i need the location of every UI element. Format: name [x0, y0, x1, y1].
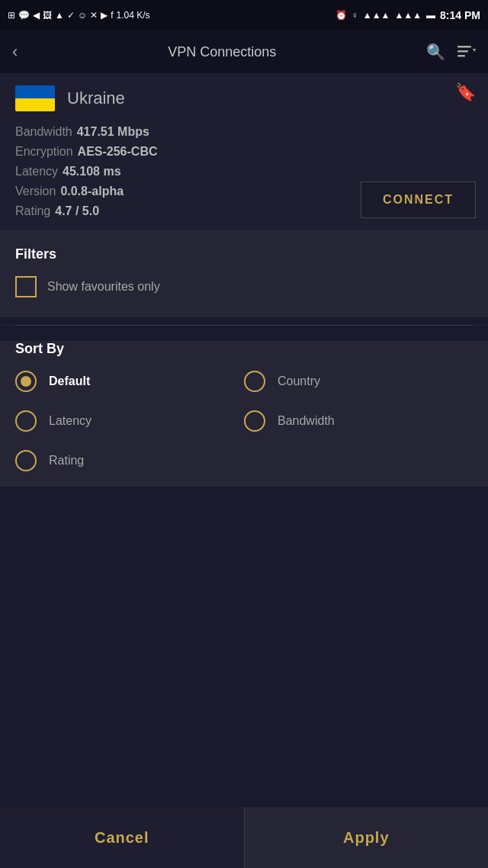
- sort-option-country[interactable]: Country: [244, 371, 473, 392]
- status-time: 8:14 PM: [440, 9, 480, 21]
- sort-option-rating[interactable]: Rating: [15, 450, 244, 471]
- rating-row: Rating 4.7 / 5.0: [15, 204, 158, 218]
- latency-row: Latency 45.108 ms: [15, 165, 158, 178]
- sort-country-label: Country: [278, 375, 320, 388]
- svg-rect-2: [458, 55, 465, 57]
- bandwidth-label: Bandwidth: [15, 125, 72, 139]
- show-favourites-label: Show favourites only: [47, 280, 160, 294]
- sort-option-default[interactable]: Default: [15, 371, 244, 392]
- sort-latency-label: Latency: [49, 414, 92, 428]
- bandwidth-value: 417.51 Mbps: [77, 125, 149, 139]
- svg-rect-1: [458, 50, 468, 53]
- version-row: Version 0.0.8-alpha: [15, 185, 158, 198]
- battery-icon: ▬: [426, 10, 435, 21]
- vpn-info: Bandwidth 417.51 Mbps Encryption AES-256…: [15, 125, 158, 218]
- bandwidth-row: Bandwidth 417.51 Mbps: [15, 125, 158, 139]
- sort-bandwidth-label: Bandwidth: [278, 414, 335, 428]
- radio-default[interactable]: [15, 371, 37, 392]
- svg-rect-0: [458, 46, 471, 48]
- facebook-icon: f: [111, 10, 113, 21]
- filters-section: Filters Show favourites only: [0, 231, 488, 317]
- svg-marker-3: [473, 49, 476, 52]
- close-icon: ✕: [90, 10, 98, 21]
- encryption-value: AES-256-CBC: [78, 145, 158, 159]
- latency-label: Latency: [15, 165, 58, 178]
- alarm-icon: ⏰: [336, 10, 347, 21]
- divider: [15, 325, 473, 326]
- search-button[interactable]: 🔍: [426, 43, 445, 61]
- connect-button[interactable]: CONNECT: [361, 182, 476, 218]
- check-icon: ✓: [67, 10, 75, 21]
- show-favourites-row[interactable]: Show favourites only: [15, 276, 473, 297]
- rating-label: Rating: [15, 204, 50, 218]
- speed-value: 1.04 K/s: [117, 10, 150, 21]
- cancel-button[interactable]: Cancel: [0, 807, 245, 868]
- sort-options-grid: Default Country Latency Bandwidth Rating: [15, 371, 473, 471]
- shield-icon: ▲: [55, 10, 64, 21]
- sortby-title: Sort By: [15, 341, 473, 357]
- radio-country[interactable]: [244, 371, 265, 392]
- version-value: 0.0.8-alpha: [60, 185, 124, 198]
- radio-rating[interactable]: [15, 450, 37, 471]
- status-icons: ⊞ 💬 ◀ 🖼 ▲ ✓ ☺ ✕ ▶ f 1.04 K/s: [8, 10, 150, 21]
- vpn-card: Ukraine 🔖 Bandwidth 417.51 Mbps Encrypti…: [0, 73, 488, 231]
- encryption-row: Encryption AES-256-CBC: [15, 145, 158, 159]
- top-nav: ‹ VPN Connections 🔍: [0, 31, 488, 73]
- rating-value: 4.7 / 5.0: [55, 204, 99, 218]
- page-title: VPN Connections: [30, 44, 414, 60]
- sort-option-bandwidth[interactable]: Bandwidth: [244, 410, 473, 432]
- apply-button[interactable]: Apply: [245, 807, 489, 868]
- status-right: ⏰ ♀ ▲▲▲ ▲▲▲ ▬ 8:14 PM: [336, 9, 480, 21]
- radio-bandwidth[interactable]: [244, 410, 265, 432]
- sort-option-latency[interactable]: Latency: [15, 410, 244, 432]
- sortby-section: Sort By Default Country Latency Bandwidt…: [0, 341, 488, 487]
- wifi-icon: ▲▲▲: [394, 10, 422, 21]
- vpn-card-header: Ukraine: [15, 85, 473, 111]
- signal-icon: ▲▲▲: [363, 10, 390, 21]
- filters-title: Filters: [15, 246, 473, 262]
- radio-latency[interactable]: [15, 410, 37, 432]
- show-favourites-checkbox[interactable]: [15, 276, 37, 297]
- bookmark-icon[interactable]: 🔖: [455, 82, 476, 102]
- bottom-bar: Cancel Apply: [0, 807, 488, 868]
- status-bar: ⊞ 💬 ◀ 🖼 ▲ ✓ ☺ ✕ ▶ f 1.04 K/s ⏰ ♀ ▲▲▲ ▲▲▲…: [0, 0, 488, 31]
- latency-value: 45.108 ms: [63, 165, 121, 178]
- version-label: Version: [15, 185, 56, 198]
- sort-rating-label: Rating: [49, 454, 84, 468]
- phone-icon: ♀: [352, 10, 358, 21]
- emoji-icon: ☺: [78, 10, 87, 21]
- country-name: Ukraine: [67, 88, 125, 108]
- notification-icon: ⊞: [8, 10, 15, 21]
- sort-button[interactable]: [458, 44, 476, 59]
- back-button[interactable]: ‹: [12, 42, 18, 62]
- youtube-icon: ▶: [101, 10, 108, 21]
- encryption-label: Encryption: [15, 145, 73, 159]
- messenger-icon: 💬: [18, 10, 30, 21]
- ukraine-flag: [15, 85, 55, 111]
- location-icon: ◀: [33, 10, 40, 21]
- image-icon: 🖼: [43, 10, 52, 21]
- sort-default-label: Default: [49, 375, 90, 388]
